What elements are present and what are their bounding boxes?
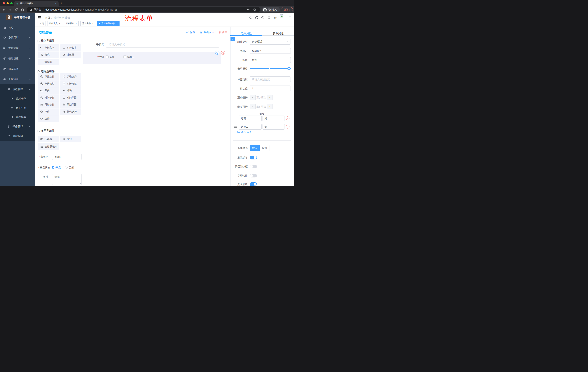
reload-icon[interactable] (15, 8, 18, 11)
palette-item-color-picker[interactable]: 颜色选择 (60, 108, 81, 115)
title-input[interactable] (250, 57, 291, 63)
option-2-label-input[interactable] (239, 124, 262, 130)
palette-item-password[interactable]: 密码 (38, 52, 59, 58)
tag-process-definition[interactable]: 流程定义✕ (47, 21, 62, 26)
palette-item-rate[interactable]: 评分 (38, 108, 59, 115)
min-select-placeholder[interactable]: 至少应选 (255, 95, 267, 100)
option-2-remove-button[interactable]: − (286, 125, 289, 128)
default-value-input[interactable] (250, 85, 291, 91)
tag-close-icon[interactable]: ✕ (75, 22, 77, 25)
security-label[interactable]: 不安全 (34, 8, 41, 11)
option-2-label-field[interactable] (239, 124, 262, 130)
palette-item-upload[interactable]: 上传 (38, 115, 59, 122)
option-1-remove-button[interactable]: − (286, 117, 289, 120)
palette-item-slider[interactable]: 滑块 (60, 87, 81, 94)
palette-item-time-picker[interactable]: 时间选择 (38, 95, 59, 101)
window-minimize-button[interactable] (7, 2, 9, 4)
palette-item-checkbox-group[interactable]: 多选框组 (60, 80, 81, 87)
password-key-icon[interactable] (247, 8, 250, 11)
stepper-plus-button[interactable]: + (267, 104, 273, 109)
label-width-input[interactable] (250, 76, 291, 82)
option-drag-handle-icon[interactable] (234, 125, 237, 129)
option-2-value-field[interactable] (262, 124, 285, 130)
canvas-selected-component[interactable] (83, 53, 221, 64)
address-bar[interactable]: 不安全 | dashboard.yudao.iocoder.cn/bpm/man… (27, 7, 260, 12)
window-close-button[interactable] (3, 2, 5, 4)
tag-process-form[interactable]: 流程表单✕ (80, 21, 95, 26)
radio-off-label[interactable]: 关闭 (69, 166, 74, 170)
palette-item-cascader[interactable]: 级联选择 (60, 73, 81, 80)
title-field[interactable] (250, 57, 291, 63)
tag-close-icon[interactable]: ✕ (92, 22, 94, 25)
palette-item-single-text[interactable]: 单行文本 (38, 44, 59, 51)
browser-menu-dots-icon[interactable] (289, 8, 290, 11)
stepper-minus-button[interactable]: − (250, 104, 255, 109)
sidebar-item-leave-query[interactable]: 请假查询 (0, 133, 35, 140)
option-2-value-input[interactable] (262, 124, 285, 130)
new-tab-button[interactable]: + (60, 1, 62, 5)
sidebar-item-process-form[interactable]: 流程表单 (0, 95, 35, 102)
palette-item-counter[interactable]: 123 计数器 (60, 52, 81, 58)
sidebar-item-task-mgmt[interactable]: 任务管理 (0, 123, 35, 130)
tag-home[interactable]: 首页 (38, 21, 45, 26)
bookmark-star-icon[interactable] (253, 8, 256, 11)
form-name-input[interactable] (52, 154, 82, 160)
canvas-phone-input[interactable] (106, 41, 219, 47)
forward-icon[interactable] (9, 8, 12, 11)
tab-close-icon[interactable]: ✕ (55, 2, 57, 5)
palette-item-editor[interactable]: 编辑器 (38, 59, 59, 65)
disabled-switch[interactable] (250, 174, 257, 177)
tag-process-form-edit[interactable]: 流程表单-编辑✕ (97, 21, 119, 26)
grid-slider-track[interactable] (250, 68, 291, 69)
browser-tab[interactable]: 芋道管理系统 ✕ (14, 1, 59, 6)
sidebar-item-system[interactable]: 系统管理 (0, 34, 35, 41)
caret-down-icon[interactable] (289, 16, 291, 18)
sidebar-item-user-group[interactable]: 用户分组 (0, 105, 35, 112)
back-icon[interactable] (2, 8, 5, 11)
palette-item-time-range[interactable]: 时间范围 (60, 95, 81, 101)
field-name-field[interactable] (250, 48, 291, 54)
view-json-button[interactable]: 查看json (200, 30, 214, 34)
palette-item-textarea[interactable]: 多行文本 (60, 44, 81, 51)
breadcrumb-home[interactable]: 首页 (45, 16, 50, 20)
help-icon[interactable] (261, 16, 264, 19)
option-1-label-input[interactable] (239, 116, 262, 121)
tag-close-icon[interactable]: ✕ (116, 22, 118, 25)
gender-checkbox-2[interactable] (123, 55, 126, 58)
sidebar-item-infrastructure[interactable]: 基础设施 (0, 55, 35, 62)
avatar[interactable] (280, 14, 287, 21)
sidebar-collapse-icon[interactable] (38, 16, 41, 19)
gender-checkbox-1[interactable] (106, 55, 109, 58)
sidebar-item-home[interactable]: 首页 (0, 24, 35, 32)
default-value-field[interactable] (250, 85, 291, 91)
search-icon[interactable] (249, 16, 252, 19)
sidebar-item-workflow[interactable]: 工作流程 (0, 75, 35, 83)
palette-item-date-range[interactable]: 日期范围 (60, 101, 81, 108)
radio-off[interactable] (65, 166, 68, 169)
add-option-button[interactable]: 添加选项 (237, 130, 251, 134)
radio-on[interactable] (52, 166, 54, 169)
palette-item-select[interactable]: 下拉选择 (38, 73, 59, 80)
form-name-field[interactable] (52, 154, 82, 160)
props-tab-form[interactable]: 表单属性 (262, 32, 294, 35)
option-1-value-input[interactable] (262, 116, 285, 121)
remark-textarea[interactable]: 嘿嘿 (52, 174, 82, 185)
clear-button[interactable]: 清空 (218, 30, 227, 34)
props-tab-component[interactable]: 组件属性 (230, 32, 262, 35)
app-logo-title[interactable]: 芋道管理系统 (14, 16, 30, 19)
font-size-icon[interactable]: ᴛT (274, 16, 277, 20)
field-name-input[interactable] (250, 48, 291, 54)
canvas-phone-field[interactable] (106, 41, 219, 47)
stepper-plus-button[interactable]: + (267, 95, 273, 100)
tag-process-model[interactable]: 流程模型✕ (64, 21, 79, 26)
border-switch[interactable] (250, 165, 257, 168)
palette-item-button[interactable]: 按钮 (60, 136, 81, 142)
sidebar-item-payment[interactable]: ¥ 支付管理 (0, 45, 35, 52)
required-switch[interactable] (250, 182, 257, 186)
sidebar-item-devtools[interactable]: 研发工具 (0, 65, 35, 73)
window-zoom-button[interactable] (10, 2, 12, 4)
label-width-field[interactable] (250, 76, 291, 82)
show-label-switch[interactable] (250, 156, 257, 159)
component-type-select[interactable]: 多选框组 (250, 39, 291, 45)
palette-item-switch[interactable]: 开关 (38, 87, 59, 94)
